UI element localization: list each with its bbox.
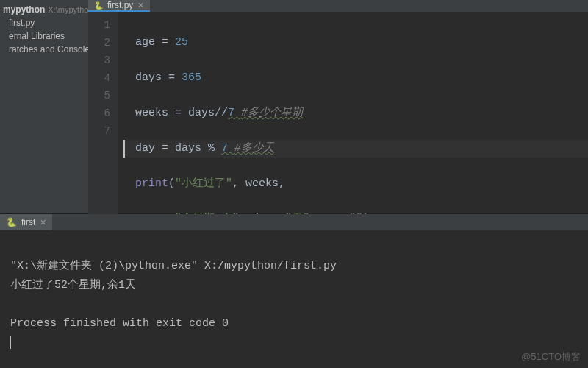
project-root[interactable]: mypython X:\mypython	[0, 3, 88, 16]
editor-area: 🐍 first.py ✕ 1 2 3 4 5 6 7 age = 25 days…	[88, 0, 588, 213]
line-number: 7	[88, 122, 110, 140]
run-tab-bar: 🐍 first ✕	[0, 214, 588, 230]
line-number: 4	[88, 69, 110, 87]
project-sidebar[interactable]: mypython X:\mypython first.py ernal Libr…	[0, 0, 88, 213]
caret	[10, 336, 11, 349]
console-line: 小红过了52个星期,余1天	[10, 279, 136, 291]
console-line: Process finished with exit code 0	[10, 317, 229, 330]
editor-tab-bar: 🐍 first.py ✕	[88, 0, 588, 12]
editor-tab-label: first.py	[107, 0, 133, 10]
console-line: "X:\新建文件夹 (2)\python.exe" X:/mypython/fi…	[10, 260, 337, 272]
tree-item-scratches[interactable]: ratches and Consoles	[0, 43, 88, 56]
line-number: 2	[88, 34, 110, 52]
close-icon[interactable]: ✕	[40, 218, 46, 227]
line-number: 6	[88, 105, 110, 122]
run-panel: 🐍 first ✕ "X:\新建文件夹 (2)\python.exe" X:/m…	[0, 213, 588, 368]
tree-item-file[interactable]: first.py	[0, 16, 88, 29]
line-number: 5	[88, 87, 110, 105]
run-tab-first[interactable]: 🐍 first ✕	[0, 214, 52, 230]
close-icon[interactable]: ✕	[137, 1, 144, 10]
tree-item-external-libraries[interactable]: ernal Libraries	[0, 29, 88, 43]
python-run-icon: 🐍	[6, 217, 17, 227]
console-output[interactable]: "X:\新建文件夹 (2)\python.exe" X:/mypython/fi…	[0, 230, 588, 368]
python-file-icon: 🐍	[94, 1, 103, 10]
project-path: X:\mypython	[48, 5, 93, 14]
run-tab-label: first	[21, 217, 35, 227]
editor-tab-first-py[interactable]: 🐍 first.py ✕	[88, 0, 150, 12]
project-name: mypython	[3, 4, 45, 15]
line-number: 3	[88, 52, 110, 69]
line-number: 1	[88, 16, 110, 34]
